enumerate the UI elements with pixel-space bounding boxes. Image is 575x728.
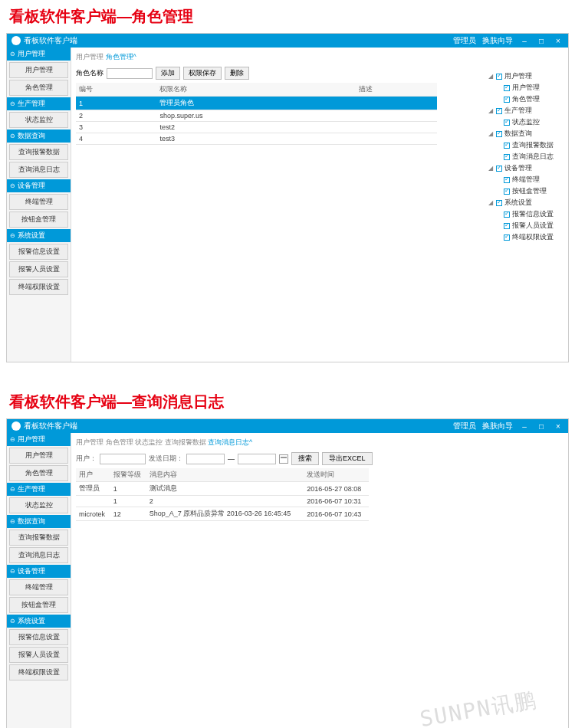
sidebar-group-header[interactable]: ⊖设备管理 xyxy=(7,179,71,192)
minimize-button[interactable]: – xyxy=(519,422,530,431)
table-row[interactable]: 管理员1测试消息2016-05-27 08:08 xyxy=(76,482,369,496)
maximize-button[interactable]: □ xyxy=(536,37,547,45)
checkbox-icon[interactable] xyxy=(504,85,510,91)
date-to-input[interactable] xyxy=(238,454,276,464)
table-row[interactable]: 1管理员角色 xyxy=(76,97,437,110)
checkbox-icon[interactable] xyxy=(496,131,502,137)
checkbox-icon[interactable] xyxy=(496,200,502,206)
perm-node[interactable]: 按钮盒管理 xyxy=(493,185,562,197)
search-button[interactable]: 搜索 xyxy=(291,452,319,465)
perm-node[interactable]: ◢设备管理 xyxy=(485,162,562,174)
breadcrumb-item[interactable]: 状态监控 xyxy=(135,438,163,446)
expand-icon[interactable]: ◢ xyxy=(488,199,494,206)
checkbox-icon[interactable] xyxy=(504,177,510,183)
expand-icon[interactable]: ◢ xyxy=(488,130,494,137)
sidebar-item[interactable]: 按钮盒管理 xyxy=(9,597,68,613)
sidebar-group-header[interactable]: ⊖用户管理 xyxy=(7,48,71,61)
breadcrumb-item[interactable]: 查询消息日志 xyxy=(208,438,249,446)
add-button[interactable]: 添加 xyxy=(156,67,180,80)
sidebar-item[interactable]: 终端权限设置 xyxy=(9,279,68,295)
perm-node[interactable]: 角色管理 xyxy=(493,93,562,105)
perm-node[interactable]: 终端管理 xyxy=(493,174,562,185)
perm-node[interactable]: 终端权限设置 xyxy=(493,231,562,243)
titlebar-user[interactable]: 管理员 xyxy=(453,421,476,431)
section-title-logs: 看板软件客户端—查询消息日志 xyxy=(0,385,575,418)
sidebar-item[interactable]: 查询消息日志 xyxy=(9,162,68,178)
maximize-button[interactable]: □ xyxy=(536,422,547,431)
sidebar-group-header[interactable]: ⊖生产管理 xyxy=(7,97,71,110)
delete-button[interactable]: 删除 xyxy=(225,67,249,80)
breadcrumb-item[interactable]: 查询报警数据 xyxy=(165,438,206,446)
sidebar-item[interactable]: 报警信息设置 xyxy=(9,244,68,260)
sidebar-item[interactable]: 报警人员设置 xyxy=(9,261,68,277)
checkbox-icon[interactable] xyxy=(504,120,510,126)
table-row[interactable]: microtek12Shop_A_7 原料品质异常 2016-03-26 16:… xyxy=(76,507,369,521)
checkbox-icon[interactable] xyxy=(496,74,502,80)
checkbox-icon[interactable] xyxy=(504,234,510,241)
checkbox-icon[interactable] xyxy=(496,166,502,172)
table-row[interactable]: 3test2 xyxy=(76,122,437,133)
sidebar-item[interactable]: 查询消息日志 xyxy=(9,547,68,563)
breadcrumb-item[interactable]: 用户管理 xyxy=(76,53,104,61)
sidebar-item[interactable]: 角色管理 xyxy=(9,465,68,481)
breadcrumb-item[interactable]: 角色管理 xyxy=(106,438,133,446)
sidebar-group-header[interactable]: ⊖生产管理 xyxy=(7,483,71,496)
sidebar-item[interactable]: 终端管理 xyxy=(9,194,68,210)
expand-icon[interactable]: ◢ xyxy=(488,73,494,80)
sidebar-item[interactable]: 报警人员设置 xyxy=(9,647,68,663)
table-row[interactable]: 2shop.super.us xyxy=(76,110,437,122)
perm-node[interactable]: ◢生产管理 xyxy=(485,105,562,116)
sidebar-item[interactable]: 终端权限设置 xyxy=(9,664,68,680)
expand-icon[interactable]: ◢ xyxy=(488,107,494,114)
table-row[interactable]: 4test3 xyxy=(76,133,437,145)
sidebar-group-header[interactable]: ⊖用户管理 xyxy=(7,433,71,446)
perm-node[interactable]: 报警人员设置 xyxy=(493,220,562,231)
calendar-icon[interactable] xyxy=(279,454,288,464)
expand-icon[interactable]: ◢ xyxy=(488,165,494,172)
minimize-button[interactable]: – xyxy=(519,37,530,45)
sidebar-item[interactable]: 角色管理 xyxy=(9,80,68,96)
perm-node[interactable]: 用户管理 xyxy=(493,82,562,93)
titlebar-skin[interactable]: 换肤向导 xyxy=(482,35,513,46)
checkbox-icon[interactable] xyxy=(496,108,502,114)
sidebar-item[interactable]: 终端管理 xyxy=(9,579,68,595)
sidebar-item[interactable]: 状态监控 xyxy=(9,497,68,513)
breadcrumb-item[interactable]: 用户管理 xyxy=(76,438,104,446)
perm-node[interactable]: 状态监控 xyxy=(493,116,562,128)
sidebar-item[interactable]: 查询报警数据 xyxy=(9,144,68,160)
checkbox-icon[interactable] xyxy=(504,189,510,195)
close-button[interactable]: × xyxy=(553,422,564,431)
checkbox-icon[interactable] xyxy=(504,143,510,149)
checkbox-icon[interactable] xyxy=(504,154,510,160)
perm-node[interactable]: ◢数据查询 xyxy=(485,128,562,139)
perm-node[interactable]: 报警信息设置 xyxy=(493,208,562,220)
user-filter-input[interactable] xyxy=(100,454,146,464)
table-row[interactable]: 122016-06-07 10:31 xyxy=(76,496,369,507)
titlebar-skin[interactable]: 换肤向导 xyxy=(482,421,513,431)
save-perm-button[interactable]: 权限保存 xyxy=(183,67,222,80)
role-name-input[interactable] xyxy=(107,68,153,79)
sidebar-item[interactable]: 状态监控 xyxy=(9,112,68,128)
export-excel-button[interactable]: 导出EXCEL xyxy=(322,452,373,465)
sidebar-group-header[interactable]: ⊖系统设置 xyxy=(7,229,71,242)
sidebar-group-header[interactable]: ⊖系统设置 xyxy=(7,615,71,628)
date-from-input[interactable] xyxy=(186,454,225,464)
breadcrumb-item-active[interactable]: 角色管理 xyxy=(106,53,133,61)
checkbox-icon[interactable] xyxy=(504,223,510,229)
close-button[interactable]: × xyxy=(553,37,564,45)
checkbox-icon[interactable] xyxy=(504,97,510,103)
sidebar-group-header[interactable]: ⊖设备管理 xyxy=(7,565,71,578)
sidebar-group-header[interactable]: ⊖数据查询 xyxy=(7,515,71,528)
checkbox-icon[interactable] xyxy=(504,212,510,218)
titlebar-user[interactable]: 管理员 xyxy=(453,35,476,46)
sidebar-item[interactable]: 查询报警数据 xyxy=(9,530,68,546)
perm-node[interactable]: 查询消息日志 xyxy=(493,151,562,162)
sidebar-item[interactable]: 按钮盒管理 xyxy=(9,212,68,228)
sidebar-group-header[interactable]: ⊖数据查询 xyxy=(7,130,71,143)
sidebar-item[interactable]: 用户管理 xyxy=(9,62,68,78)
perm-node[interactable]: ◢系统设置 xyxy=(485,197,562,208)
perm-node[interactable]: 查询报警数据 xyxy=(493,139,562,151)
sidebar-item[interactable]: 用户管理 xyxy=(9,448,68,464)
sidebar-item[interactable]: 报警信息设置 xyxy=(9,629,68,645)
perm-node[interactable]: ◢用户管理 xyxy=(485,71,562,82)
